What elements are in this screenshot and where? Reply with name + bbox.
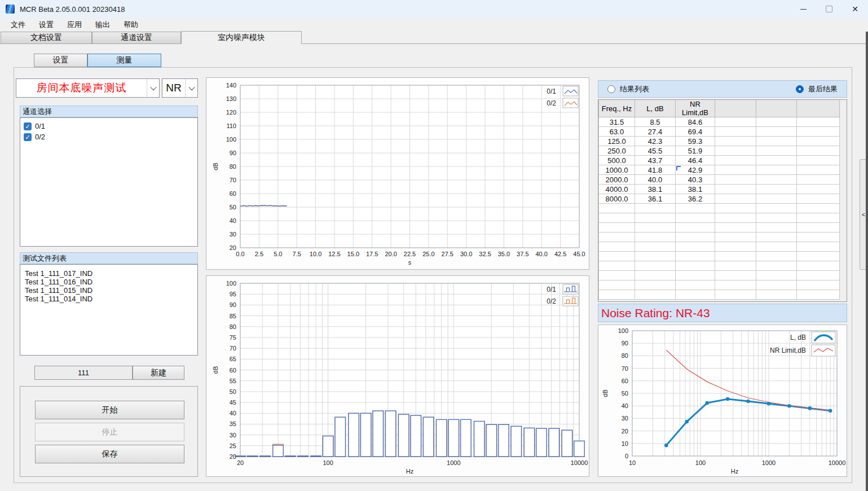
table-cell[interactable]: 1000.0 [599, 165, 635, 175]
table-cell[interactable] [715, 165, 756, 175]
table-row[interactable]: 2000.040.040.3 [599, 175, 840, 185]
new-file-button[interactable]: 新建 [133, 366, 184, 380]
table-cell[interactable] [797, 156, 840, 165]
table-cell [599, 223, 635, 233]
stop-button[interactable]: 停止 [35, 423, 184, 441]
table-cell[interactable]: 8000.0 [599, 194, 635, 204]
table-cell[interactable] [715, 185, 756, 194]
menu-item-5[interactable]: 帮助 [118, 19, 143, 31]
close-button[interactable]: ✕ [842, 0, 868, 18]
table-row[interactable]: 8000.036.136.2 [599, 194, 840, 204]
table-cell[interactable] [715, 194, 756, 204]
table-cell[interactable] [715, 146, 756, 156]
table-cell[interactable]: 43.7 [635, 156, 676, 165]
save-button[interactable]: 保存 [35, 445, 184, 463]
table-cell[interactable] [756, 194, 797, 204]
table-row[interactable]: 4000.038.138.1 [599, 185, 840, 194]
subtab-measure[interactable]: 测量 [87, 54, 161, 67]
table-cell[interactable]: 63.0 [599, 127, 635, 137]
table-cell[interactable] [715, 117, 756, 127]
subtab-settings[interactable]: 设置 [34, 54, 87, 67]
table-cell[interactable]: 38.1 [676, 185, 715, 194]
table-row[interactable]: 31.58.584.6 [599, 117, 840, 127]
table-cell[interactable]: 38.1 [635, 185, 676, 194]
test-type-dropdown-arrow[interactable] [147, 79, 159, 97]
table-cell[interactable] [797, 146, 840, 156]
table-cell[interactable]: 31.5 [599, 117, 635, 127]
table-cell[interactable] [715, 137, 756, 146]
table-cell[interactable] [797, 175, 840, 185]
radio-last-result[interactable]: 最后结果 [796, 84, 838, 94]
file-list-item[interactable]: Test 1_111_014_IND [20, 295, 197, 303]
table-cell[interactable] [797, 137, 840, 146]
svg-text:10: 10 [622, 440, 628, 447]
channel-item[interactable]: ✓0/1 [20, 121, 197, 131]
table-cell[interactable] [756, 127, 797, 137]
file-list-item[interactable]: Test 1_111_016_IND [20, 278, 197, 286]
table-cell[interactable]: 36.1 [635, 194, 676, 204]
table-cell[interactable]: 45.5 [635, 146, 676, 156]
file-list-item[interactable]: Test 1_111_017_IND [20, 269, 197, 278]
table-cell[interactable] [797, 127, 840, 137]
file-list-item[interactable]: Test 1_111_015_IND [20, 286, 197, 295]
table-row[interactable]: 250.045.551.9 [599, 146, 840, 156]
table-cell[interactable]: 59.3 [676, 137, 715, 146]
checkbox-icon[interactable]: ✓ [24, 133, 32, 141]
table-cell[interactable] [715, 156, 756, 165]
table-cell[interactable]: 500.0 [599, 156, 635, 165]
tab-1[interactable]: 文档设置 [1, 32, 92, 43]
table-cell[interactable] [797, 194, 840, 204]
table-cell[interactable]: 46.4 [676, 156, 715, 165]
table-cell[interactable] [715, 175, 756, 185]
maximize-button[interactable] [816, 0, 842, 18]
table-cell[interactable]: 40.0 [635, 175, 676, 185]
table-cell[interactable]: 27.4 [635, 127, 676, 137]
rating-combo[interactable]: NR [162, 78, 198, 98]
table-cell[interactable] [797, 165, 840, 175]
table-cell[interactable]: 250.0 [599, 146, 635, 156]
radio-result-list[interactable]: 结果列表 [607, 84, 649, 94]
table-cell[interactable] [756, 146, 797, 156]
table-cell[interactable]: 84.6 [676, 117, 715, 127]
menu-item-2[interactable]: 设置 [34, 19, 59, 31]
table-row[interactable]: 500.043.746.4 [599, 156, 840, 165]
table-cell[interactable]: 4000.0 [599, 185, 635, 194]
table-cell[interactable] [756, 137, 797, 146]
menu-item-3[interactable]: 应用 [62, 19, 87, 31]
table-row[interactable]: 1000.041.842.9 [599, 165, 840, 175]
file-listbox[interactable]: Test 1_111_017_INDTest 1_111_016_INDTest… [20, 264, 198, 356]
checkbox-icon[interactable]: ✓ [24, 122, 32, 130]
table-cell[interactable]: 41.8 [635, 165, 676, 175]
table-row[interactable]: 63.027.469.4 [599, 127, 840, 137]
table-cell[interactable] [756, 165, 797, 175]
table-cell [715, 252, 756, 261]
table-cell[interactable]: 51.9 [676, 146, 715, 156]
table-cell[interactable]: 42.3 [635, 137, 676, 146]
rating-dropdown-arrow[interactable] [185, 79, 197, 97]
tab-2[interactable]: 通道设置 [92, 32, 181, 43]
table-cell[interactable] [715, 127, 756, 137]
table-row[interactable]: 125.042.359.3 [599, 137, 840, 146]
minimize-button[interactable] [790, 0, 816, 18]
channel-listbox[interactable]: ✓0/1✓0/2 [20, 117, 198, 247]
tab-3[interactable]: 室内噪声模块 [181, 31, 302, 44]
table-cell[interactable] [756, 156, 797, 165]
table-cell[interactable]: 36.2 [676, 194, 715, 204]
menu-item-4[interactable]: 输出 [90, 19, 115, 31]
test-type-combo[interactable]: 房间本底噪声测试 [16, 78, 160, 98]
table-cell[interactable] [797, 185, 840, 194]
table-cell[interactable]: 42.9 [676, 165, 715, 175]
table-cell[interactable]: 69.4 [676, 127, 715, 137]
table-cell[interactable]: 8.5 [635, 117, 676, 127]
file-name-input[interactable] [34, 366, 133, 380]
table-cell[interactable] [797, 117, 840, 127]
menu-item-1[interactable]: 文件 [6, 19, 30, 31]
start-button[interactable]: 开始 [35, 401, 184, 419]
table-cell[interactable]: 40.3 [676, 175, 715, 185]
table-cell[interactable] [756, 185, 797, 194]
channel-item[interactable]: ✓0/2 [20, 131, 197, 142]
table-cell[interactable]: 125.0 [599, 137, 635, 146]
table-cell[interactable] [756, 117, 797, 127]
table-cell[interactable]: 2000.0 [599, 175, 635, 185]
table-cell[interactable] [756, 175, 797, 185]
